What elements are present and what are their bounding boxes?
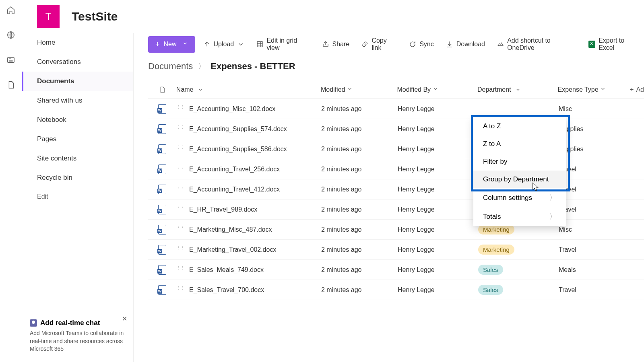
site-header: T TestSite (22, 0, 644, 33)
file-name[interactable]: E_Accounting_Misc_102.docx (189, 105, 275, 113)
dropdown-item-group-by-department[interactable]: Group by Department (473, 171, 566, 188)
teams-promo: ✕ Add real-time chat Add Microsoft Teams… (25, 315, 130, 357)
table-row[interactable]: ⋮⋮E_Sales_Travel_700.docx2 minutes agoHe… (148, 280, 644, 300)
table-row[interactable]: ⋮⋮E_HR_Travel_989.docx2 minutes agoHenry… (148, 200, 644, 220)
edit-grid-button[interactable]: Edit in grid view (252, 35, 314, 54)
table-row[interactable]: ⋮⋮E_Sales_Meals_749.docx2 minutes agoHen… (148, 260, 644, 280)
table-row[interactable]: ⋮⋮E_Marketing_Misc_487.docx2 minutes ago… (148, 220, 644, 240)
export-excel-button[interactable]: Export to Excel (584, 35, 644, 54)
globe-icon[interactable] (6, 31, 15, 41)
file-name[interactable]: E_Accounting_Travel_256.docx (189, 166, 280, 173)
download-button[interactable]: Download (442, 38, 489, 50)
column-modified-by[interactable]: Modified By (397, 86, 477, 93)
table-row[interactable]: ⋮⋮E_Accounting_Travel_412.docx2 minutes … (148, 179, 644, 200)
modified-by-cell: Henry Legge (398, 166, 478, 173)
plus-icon: + (155, 40, 160, 49)
nav-item-pages[interactable]: Pages (22, 130, 133, 149)
column-modified[interactable]: Modified (321, 86, 397, 93)
site-logo[interactable]: T (37, 5, 60, 28)
nav-item-conversations[interactable]: Conversations (22, 52, 133, 72)
chevron-down-icon (198, 87, 203, 93)
sync-button[interactable]: Sync (405, 38, 438, 50)
dropdown-item-a-to-z[interactable]: A to Z (473, 117, 566, 135)
table-row[interactable]: ⋮⋮E_Accounting_Supplies_586.docx2 minute… (148, 139, 644, 159)
nav-item-shared-with-us[interactable]: Shared with us (22, 91, 133, 110)
add-column[interactable]: +Ad (630, 86, 644, 93)
word-icon (158, 265, 166, 275)
modified-by-cell: Henry Legge (398, 105, 478, 113)
main-area: + New Upload Edit in grid view Share Cop… (134, 33, 644, 362)
file-name[interactable]: E_Accounting_Supplies_574.docx (189, 125, 287, 133)
type-cell: Travel (559, 166, 631, 173)
breadcrumb: Documents 〉 Expenses - BETTER (134, 56, 644, 80)
type-cell: Travel (559, 246, 631, 253)
file-name[interactable]: E_Sales_Meals_749.docx (189, 266, 264, 274)
word-icon (158, 124, 166, 134)
dept-cell: Marketing (478, 245, 559, 255)
add-shortcut-button[interactable]: Add shortcut to OneDrive (493, 35, 580, 54)
dept-pill: Sales (478, 265, 503, 275)
dropdown-item-filter-by[interactable]: Filter by (473, 153, 566, 171)
file-name[interactable]: E_Marketing_Misc_487.docx (189, 226, 272, 233)
upload-button[interactable]: Upload (199, 38, 249, 50)
dropdown-item-z-to-a[interactable]: Z to A (473, 135, 566, 153)
type-cell: Misc (559, 226, 631, 233)
chevron-down-icon (347, 86, 353, 92)
modified-cell: 2 minutes ago (321, 146, 398, 153)
breadcrumb-parent[interactable]: Documents (148, 61, 193, 72)
word-icon (158, 225, 166, 234)
file-name[interactable]: E_HR_Travel_989.docx (189, 206, 257, 213)
nav-item-site-contents[interactable]: Site contents (22, 149, 133, 168)
chevron-down-icon (600, 86, 606, 92)
modified-by-cell: Henry Legge (398, 286, 478, 294)
table-row[interactable]: ⋮⋮E_Accounting_Travel_256.docx2 minutes … (148, 159, 644, 179)
file-name[interactable]: E_Sales_Travel_700.docx (189, 286, 264, 294)
file-icon (159, 86, 166, 94)
column-expense-type[interactable]: Expense Type (558, 86, 630, 93)
dept-cell: Sales (478, 265, 559, 275)
home-icon[interactable] (6, 6, 15, 16)
nav-item-home[interactable]: Home (22, 33, 133, 52)
new-button[interactable]: + New (148, 36, 195, 53)
column-name[interactable]: Name (176, 86, 321, 93)
chevron-down-icon (433, 86, 438, 92)
teams-icon (30, 319, 37, 327)
word-icon (158, 165, 166, 174)
news-icon[interactable] (6, 56, 15, 66)
new-indicator: ⋮⋮ (176, 286, 184, 290)
file-name[interactable]: E_Accounting_Travel_412.docx (189, 186, 280, 193)
type-cell: Supplies (559, 146, 631, 153)
modified-by-cell: Henry Legge (398, 226, 478, 233)
nav-edit[interactable]: Edit (22, 187, 133, 206)
new-indicator: ⋮⋮ (176, 225, 184, 230)
type-cell: Travel (559, 186, 631, 193)
nav-item-notebook[interactable]: Notebook (22, 110, 133, 130)
file-name[interactable]: E_Marketing_Travel_002.docx (189, 246, 276, 253)
app-rail (0, 0, 22, 362)
modified-cell: 2 minutes ago (321, 246, 398, 253)
document-icon[interactable] (6, 80, 15, 91)
site-title: TestSite (72, 10, 118, 23)
file-name[interactable]: E_Accounting_Supplies_586.docx (189, 146, 287, 153)
column-department[interactable]: Department (477, 86, 558, 93)
word-icon (158, 104, 166, 114)
dropdown-item-column-settings[interactable]: Column settings〉 (473, 188, 566, 207)
dept-pill: Sales (478, 285, 503, 295)
new-indicator: ⋮⋮ (176, 165, 184, 169)
close-icon[interactable]: ✕ (122, 315, 127, 323)
nav-item-recycle-bin[interactable]: Recycle bin (22, 168, 133, 187)
modified-cell: 2 minutes ago (321, 125, 398, 133)
dept-cell: Sales (478, 285, 559, 295)
table-header: Name Modified Modified By Department Exp… (148, 80, 644, 99)
chevron-down-icon (182, 41, 188, 48)
table-row[interactable]: ⋮⋮E_Accounting_Supplies_574.docx2 minute… (148, 119, 644, 139)
dropdown-item-totals[interactable]: Totals〉 (473, 207, 566, 226)
table-row[interactable]: ⋮⋮E_Marketing_Travel_002.docx2 minutes a… (148, 240, 644, 260)
table-row[interactable]: ⋮⋮E_Accounting_Misc_102.docx2 minutes ag… (148, 99, 644, 119)
word-icon (158, 144, 166, 154)
new-indicator: ⋮⋮ (176, 265, 184, 270)
nav-item-documents[interactable]: Documents (22, 72, 133, 91)
copy-link-button[interactable]: Copy link (357, 35, 401, 54)
share-button[interactable]: Share (318, 38, 354, 50)
modified-by-cell: Henry Legge (398, 206, 478, 213)
